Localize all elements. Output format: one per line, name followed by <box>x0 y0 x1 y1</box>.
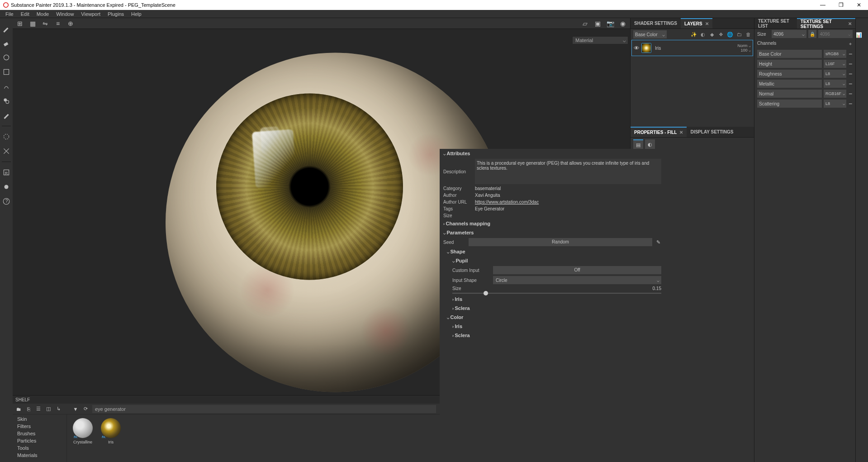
shelf-search-input[interactable] <box>92 405 436 413</box>
layer-row-iris[interactable]: 👁 Iris Norm ⌵ 100 ⌵ <box>631 40 753 56</box>
channel-name[interactable]: Metallic <box>757 80 822 88</box>
menu-edit[interactable]: Edit <box>17 11 33 17</box>
shelf-collection-icon[interactable]: ☰ <box>35 406 42 412</box>
section-attributes[interactable]: Attributes <box>440 149 665 158</box>
tab-layers[interactable]: LAYERS✕ <box>681 18 712 29</box>
camera-icon[interactable]: 📷 <box>606 19 615 28</box>
close-icon[interactable]: ✕ <box>679 130 683 135</box>
lock-icon[interactable]: 🔒 <box>808 30 816 38</box>
tab-properties-fill[interactable]: PROPERTIES - FILL✕ <box>631 127 687 137</box>
shelf-import-icon[interactable]: ⎘ <box>25 406 32 412</box>
delete-icon[interactable]: 🗑 <box>745 31 751 38</box>
section-pupil[interactable]: Pupil <box>440 256 665 265</box>
pupil-size-slider[interactable] <box>452 293 661 294</box>
section-shape[interactable]: Shape <box>440 247 665 256</box>
author-url-link[interactable]: https://www.artstation.com/3dac <box>475 200 661 205</box>
shelf-tree-item[interactable]: Skin <box>17 416 66 422</box>
tab-shader-settings[interactable]: SHADER SETTINGS <box>631 18 681 29</box>
custom-input-toggle[interactable]: Off <box>493 266 661 274</box>
channel-name[interactable]: Base Color <box>757 50 822 58</box>
remove-channel-icon[interactable]: − <box>848 90 853 97</box>
section-shape-sclera[interactable]: Sclera <box>440 304 665 313</box>
shelf-item-iris[interactable]: fx. Iris <box>100 418 122 459</box>
brush-tool-icon[interactable] <box>2 24 10 33</box>
effect-icon[interactable]: ✨ <box>691 31 697 38</box>
channel-format-dropdown[interactable]: L16F <box>824 60 846 68</box>
polygon-fill-icon[interactable] <box>2 68 10 76</box>
shelf-tree-item[interactable]: Particles <box>17 438 66 443</box>
remove-channel-icon[interactable]: − <box>848 50 853 57</box>
edit-seed-icon[interactable]: ✎ <box>655 239 661 245</box>
section-color-iris[interactable]: Iris <box>440 322 665 331</box>
channel-format-dropdown[interactable]: L8 <box>824 70 846 78</box>
section-color-sclera[interactable]: Sclera <box>440 331 665 340</box>
eraser-tool-icon[interactable] <box>2 39 10 47</box>
section-channels-mapping[interactable]: Channels mapping <box>440 219 665 228</box>
close-window-button[interactable]: ✕ <box>850 0 868 10</box>
layer-misc2-icon[interactable]: ❖ <box>718 31 724 38</box>
tab-display-settings[interactable]: DISPLAY SETTINGS <box>687 127 737 137</box>
histogram-icon[interactable]: 📊 <box>856 32 862 38</box>
description-textarea[interactable] <box>475 159 661 184</box>
shelf-new-icon[interactable]: ↳ <box>55 406 62 412</box>
section-color[interactable]: Color <box>440 313 665 322</box>
symmetry-icon[interactable]: ⇋ <box>41 19 50 28</box>
smudge-tool-icon[interactable] <box>2 82 10 90</box>
remove-channel-icon[interactable]: − <box>848 100 853 107</box>
shelf-filter-icon[interactable]: ▼ <box>72 406 79 412</box>
perspective-icon[interactable]: ▱ <box>580 19 589 28</box>
channel-name[interactable]: Height <box>757 60 822 68</box>
close-icon[interactable]: ✕ <box>705 21 709 26</box>
section-parameters[interactable]: Parameters <box>440 228 665 237</box>
remove-channel-icon[interactable]: − <box>848 60 853 67</box>
align-icon[interactable]: ≡ <box>53 19 62 28</box>
remove-channel-icon[interactable]: − <box>848 70 853 77</box>
menu-plugins[interactable]: Plugins <box>104 11 128 17</box>
shelf-item-crystalline[interactable]: fx. Crystalline <box>71 418 94 459</box>
shelf-assets-icon[interactable]: ◫ <box>45 406 52 412</box>
add-channel-icon[interactable]: ＋ <box>848 41 853 47</box>
random-seed-button[interactable]: Random <box>469 238 652 246</box>
tab-texture-set-list[interactable]: TEXTURE SET LIST <box>754 18 797 29</box>
tab-texture-set-settings[interactable]: TEXTURE SET SETTINGS✕ <box>797 18 855 29</box>
channel-name[interactable]: Roughness <box>757 70 822 78</box>
globe-icon[interactable]: 🌐 <box>727 31 733 38</box>
channel-name[interactable]: Normal <box>757 90 822 98</box>
mask-icon[interactable]: ◐ <box>700 31 706 38</box>
viewport-channel-dropdown[interactable]: Material <box>572 36 628 44</box>
ts-size-dropdown[interactable]: 4096 <box>772 30 806 38</box>
channel-name[interactable]: Scattering <box>757 100 822 108</box>
add-icon[interactable]: ⊕ <box>66 19 75 28</box>
remove-channel-icon[interactable]: − <box>848 80 853 87</box>
render-icon[interactable]: ◉ <box>618 19 627 28</box>
menu-viewport[interactable]: Viewport <box>77 11 104 17</box>
grid-snap-icon[interactable]: ⊞ <box>15 19 24 28</box>
camera-projection-icon[interactable]: ▣ <box>593 19 602 28</box>
tool-x-icon[interactable] <box>2 147 10 155</box>
shelf-tree-item[interactable]: Filters <box>17 424 66 429</box>
channel-format-dropdown[interactable]: sRGB8 <box>824 50 846 58</box>
shelf-home-icon[interactable]: 🖿 <box>15 406 22 412</box>
resource-icon[interactable]: R <box>2 168 10 176</box>
layer-visibility-icon[interactable]: 👁 <box>634 45 640 52</box>
layer-misc-icon[interactable]: ◆ <box>709 31 715 38</box>
minimize-button[interactable]: — <box>814 0 832 10</box>
shelf-refresh-icon[interactable]: ⟳ <box>82 406 89 412</box>
shelf-tree-item[interactable]: Tools <box>17 445 66 451</box>
bake-icon[interactable] <box>2 133 10 141</box>
material-picker-icon[interactable] <box>2 111 10 119</box>
proj-mode-fill-icon[interactable]: ▤ <box>633 139 643 149</box>
folder-icon[interactable]: 🗀 <box>736 31 742 38</box>
menu-file[interactable]: File <box>2 11 17 17</box>
grid-icon[interactable]: ▦ <box>28 19 37 28</box>
clone-tool-icon[interactable] <box>2 97 10 105</box>
channel-format-dropdown[interactable]: L8 <box>824 100 846 108</box>
close-icon[interactable]: ✕ <box>848 21 852 26</box>
layer-opacity[interactable]: 100 <box>740 48 747 52</box>
iray-icon[interactable] <box>2 183 10 191</box>
channel-dropdown[interactable]: Base Color <box>633 30 667 38</box>
layer-blendmode[interactable]: Norm <box>737 43 747 48</box>
menu-help[interactable]: Help <box>128 11 145 17</box>
channel-format-dropdown[interactable]: L8 <box>824 80 846 88</box>
maximize-button[interactable]: ❐ <box>832 0 850 10</box>
